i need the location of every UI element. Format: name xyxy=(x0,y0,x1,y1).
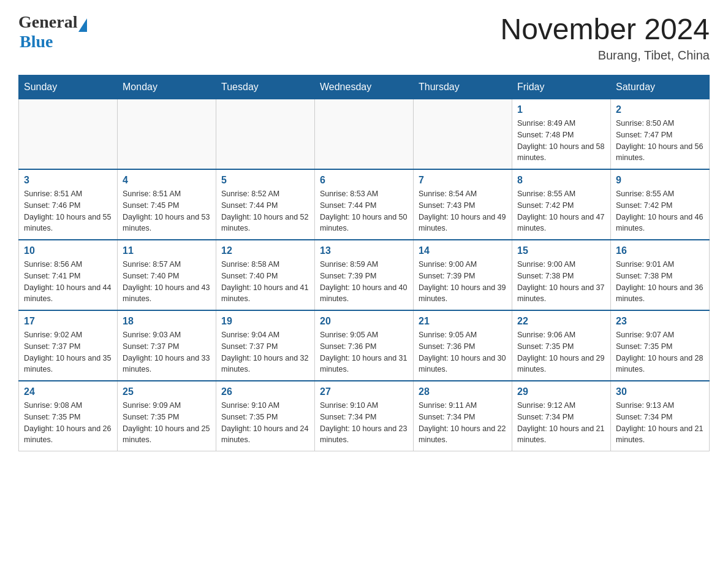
day-of-week-header: Tuesday xyxy=(216,75,315,99)
day-number: 1 xyxy=(517,104,605,115)
page-header: General Blue November 2024 Burang, Tibet… xyxy=(18,12,710,63)
day-info: Sunrise: 9:12 AMSunset: 7:34 PMDaylight:… xyxy=(517,400,605,446)
calendar-day-cell: 22Sunrise: 9:06 AMSunset: 7:35 PMDayligh… xyxy=(512,310,611,381)
day-number: 27 xyxy=(320,386,408,397)
day-number: 16 xyxy=(616,245,704,256)
day-info: Sunrise: 9:10 AMSunset: 7:34 PMDaylight:… xyxy=(320,400,408,446)
day-of-week-header: Friday xyxy=(512,75,611,99)
day-number: 10 xyxy=(24,245,112,256)
calendar-day-cell: 18Sunrise: 9:03 AMSunset: 7:37 PMDayligh… xyxy=(118,310,216,381)
day-info: Sunrise: 9:00 AMSunset: 7:38 PMDaylight:… xyxy=(517,259,605,305)
calendar-day-cell: 2Sunrise: 8:50 AMSunset: 7:47 PMDaylight… xyxy=(611,99,710,170)
day-info: Sunrise: 9:08 AMSunset: 7:35 PMDaylight:… xyxy=(24,400,112,446)
day-number: 14 xyxy=(419,245,507,256)
day-of-week-header: Monday xyxy=(118,75,216,99)
calendar-day-cell xyxy=(315,99,414,170)
day-info: Sunrise: 8:53 AMSunset: 7:44 PMDaylight:… xyxy=(320,188,408,234)
calendar-header: SundayMondayTuesdayWednesdayThursdayFrid… xyxy=(19,75,710,99)
day-number: 15 xyxy=(517,245,605,256)
day-number: 17 xyxy=(24,316,112,327)
day-info: Sunrise: 8:51 AMSunset: 7:46 PMDaylight:… xyxy=(24,188,112,234)
calendar-day-cell: 23Sunrise: 9:07 AMSunset: 7:35 PMDayligh… xyxy=(611,310,710,381)
header-right: November 2024 Burang, Tibet, China xyxy=(500,12,710,63)
calendar-day-cell: 30Sunrise: 9:13 AMSunset: 7:34 PMDayligh… xyxy=(611,381,710,451)
day-info: Sunrise: 9:02 AMSunset: 7:37 PMDaylight:… xyxy=(24,329,112,375)
calendar-day-cell: 6Sunrise: 8:53 AMSunset: 7:44 PMDaylight… xyxy=(315,169,414,240)
day-number: 2 xyxy=(616,104,704,115)
day-info: Sunrise: 9:05 AMSunset: 7:36 PMDaylight:… xyxy=(320,329,408,375)
day-info: Sunrise: 8:59 AMSunset: 7:39 PMDaylight:… xyxy=(320,259,408,305)
day-number: 3 xyxy=(24,175,112,186)
calendar-day-cell: 25Sunrise: 9:09 AMSunset: 7:35 PMDayligh… xyxy=(118,381,216,451)
day-info: Sunrise: 9:11 AMSunset: 7:34 PMDaylight:… xyxy=(419,400,507,446)
day-number: 18 xyxy=(123,316,211,327)
day-number: 26 xyxy=(221,386,309,397)
calendar-body: 1Sunrise: 8:49 AMSunset: 7:48 PMDaylight… xyxy=(19,99,710,451)
calendar-day-cell: 9Sunrise: 8:55 AMSunset: 7:42 PMDaylight… xyxy=(611,169,710,240)
calendar-day-cell: 1Sunrise: 8:49 AMSunset: 7:48 PMDaylight… xyxy=(512,99,611,170)
day-of-week-header: Saturday xyxy=(611,75,710,99)
day-number: 12 xyxy=(221,245,309,256)
calendar-day-cell: 19Sunrise: 9:04 AMSunset: 7:37 PMDayligh… xyxy=(216,310,315,381)
day-info: Sunrise: 8:54 AMSunset: 7:43 PMDaylight:… xyxy=(419,188,507,234)
day-info: Sunrise: 8:57 AMSunset: 7:40 PMDaylight:… xyxy=(123,259,211,305)
day-of-week-header: Thursday xyxy=(414,75,512,99)
day-info: Sunrise: 9:07 AMSunset: 7:35 PMDaylight:… xyxy=(616,329,704,375)
calendar-week-row: 17Sunrise: 9:02 AMSunset: 7:37 PMDayligh… xyxy=(19,310,710,381)
calendar-day-cell: 17Sunrise: 9:02 AMSunset: 7:37 PMDayligh… xyxy=(19,310,118,381)
calendar-day-cell: 12Sunrise: 8:58 AMSunset: 7:40 PMDayligh… xyxy=(216,240,315,310)
calendar-day-cell: 16Sunrise: 9:01 AMSunset: 7:38 PMDayligh… xyxy=(611,240,710,310)
calendar-day-cell: 29Sunrise: 9:12 AMSunset: 7:34 PMDayligh… xyxy=(512,381,611,451)
calendar-week-row: 10Sunrise: 8:56 AMSunset: 7:41 PMDayligh… xyxy=(19,240,710,310)
calendar-day-cell: 10Sunrise: 8:56 AMSunset: 7:41 PMDayligh… xyxy=(19,240,118,310)
day-info: Sunrise: 9:06 AMSunset: 7:35 PMDaylight:… xyxy=(517,329,605,375)
day-info: Sunrise: 9:03 AMSunset: 7:37 PMDaylight:… xyxy=(123,329,211,375)
day-info: Sunrise: 9:01 AMSunset: 7:38 PMDaylight:… xyxy=(616,259,704,305)
day-number: 13 xyxy=(320,245,408,256)
day-info: Sunrise: 8:51 AMSunset: 7:45 PMDaylight:… xyxy=(123,188,211,234)
day-info: Sunrise: 9:00 AMSunset: 7:39 PMDaylight:… xyxy=(419,259,507,305)
calendar-day-cell xyxy=(19,99,118,170)
day-number: 6 xyxy=(320,175,408,186)
day-of-week-header: Sunday xyxy=(19,75,118,99)
calendar-day-cell: 26Sunrise: 9:10 AMSunset: 7:35 PMDayligh… xyxy=(216,381,315,451)
day-number: 23 xyxy=(616,316,704,327)
logo-blue-text: Blue xyxy=(20,32,53,52)
calendar-day-cell: 28Sunrise: 9:11 AMSunset: 7:34 PMDayligh… xyxy=(414,381,512,451)
calendar-table: SundayMondayTuesdayWednesdayThursdayFrid… xyxy=(18,75,710,451)
logo-general-text: General xyxy=(18,12,77,32)
calendar-day-cell: 27Sunrise: 9:10 AMSunset: 7:34 PMDayligh… xyxy=(315,381,414,451)
day-info: Sunrise: 9:09 AMSunset: 7:35 PMDaylight:… xyxy=(123,400,211,446)
day-number: 30 xyxy=(616,386,704,397)
day-number: 5 xyxy=(221,175,309,186)
calendar-day-cell: 3Sunrise: 8:51 AMSunset: 7:46 PMDaylight… xyxy=(19,169,118,240)
header-row: SundayMondayTuesdayWednesdayThursdayFrid… xyxy=(19,75,710,99)
day-info: Sunrise: 9:04 AMSunset: 7:37 PMDaylight:… xyxy=(221,329,309,375)
calendar-week-row: 3Sunrise: 8:51 AMSunset: 7:46 PMDaylight… xyxy=(19,169,710,240)
day-info: Sunrise: 9:05 AMSunset: 7:36 PMDaylight:… xyxy=(419,329,507,375)
calendar-day-cell: 15Sunrise: 9:00 AMSunset: 7:38 PMDayligh… xyxy=(512,240,611,310)
logo-triangle-icon xyxy=(78,18,87,32)
day-info: Sunrise: 8:56 AMSunset: 7:41 PMDaylight:… xyxy=(24,259,112,305)
calendar-day-cell: 21Sunrise: 9:05 AMSunset: 7:36 PMDayligh… xyxy=(414,310,512,381)
day-number: 21 xyxy=(419,316,507,327)
day-number: 20 xyxy=(320,316,408,327)
day-number: 24 xyxy=(24,386,112,397)
day-info: Sunrise: 8:55 AMSunset: 7:42 PMDaylight:… xyxy=(616,188,704,234)
logo-full: General xyxy=(18,12,87,32)
day-number: 29 xyxy=(517,386,605,397)
calendar-day-cell: 11Sunrise: 8:57 AMSunset: 7:40 PMDayligh… xyxy=(118,240,216,310)
calendar-day-cell: 20Sunrise: 9:05 AMSunset: 7:36 PMDayligh… xyxy=(315,310,414,381)
calendar-day-cell xyxy=(118,99,216,170)
calendar-week-row: 1Sunrise: 8:49 AMSunset: 7:48 PMDaylight… xyxy=(19,99,710,170)
location-text: Burang, Tibet, China xyxy=(500,48,710,63)
calendar-day-cell xyxy=(414,99,512,170)
day-number: 8 xyxy=(517,175,605,186)
day-number: 9 xyxy=(616,175,704,186)
calendar-day-cell: 4Sunrise: 8:51 AMSunset: 7:45 PMDaylight… xyxy=(118,169,216,240)
day-info: Sunrise: 9:13 AMSunset: 7:34 PMDaylight:… xyxy=(616,400,704,446)
day-number: 4 xyxy=(123,175,211,186)
day-info: Sunrise: 9:10 AMSunset: 7:35 PMDaylight:… xyxy=(221,400,309,446)
day-number: 7 xyxy=(419,175,507,186)
calendar-day-cell: 24Sunrise: 9:08 AMSunset: 7:35 PMDayligh… xyxy=(19,381,118,451)
